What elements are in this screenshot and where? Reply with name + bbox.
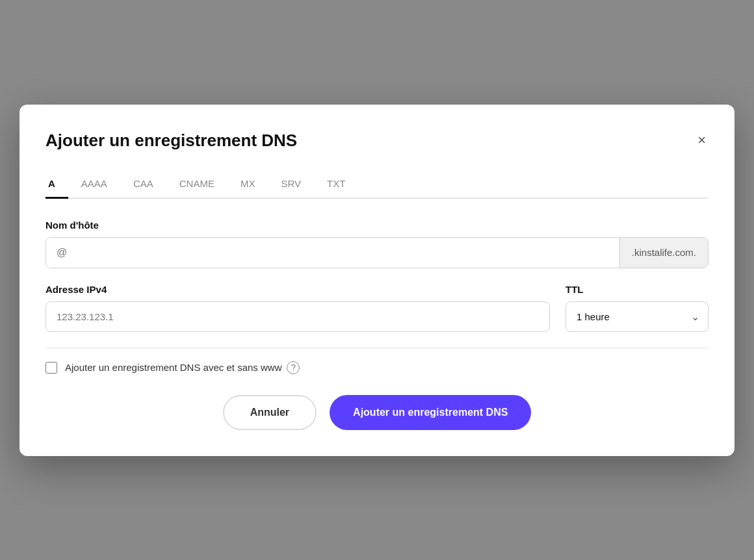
tabs-container: A AAAA CAA CNAME MX SRV TXT [46,172,708,199]
tab-TXT[interactable]: TXT [314,172,358,199]
submit-button[interactable]: Ajouter un enregistrement DNS [330,395,531,430]
modal-footer: Annuler Ajouter un enregistrement DNS [46,390,708,430]
hostname-input[interactable] [46,238,619,268]
cancel-button[interactable]: Annuler [223,395,317,430]
modal-dialog: Ajouter un enregistrement DNS × A AAAA C… [20,105,734,456]
tab-CNAME[interactable]: CNAME [166,172,228,199]
ipv4-label: Adresse IPv4 [46,284,550,295]
modal-header: Ajouter un enregistrement DNS × [46,131,708,151]
hostname-input-wrapper: .kinstalife.com. [46,237,708,268]
ttl-label: TTL [566,284,708,295]
ipv4-ttl-row: Adresse IPv4 TTL 1 heure 30 minutes 5 mi… [46,284,708,332]
tab-SRV[interactable]: SRV [268,172,314,199]
ttl-field-group: TTL 1 heure 30 minutes 5 minutes Auto ⌄ [566,284,708,332]
ipv4-field-group: Adresse IPv4 [46,284,550,332]
tab-MX[interactable]: MX [228,172,268,199]
modal-title: Ajouter un enregistrement DNS [46,131,297,151]
tab-AAAA[interactable]: AAAA [68,172,120,199]
www-checkbox[interactable] [46,362,57,374]
ttl-select[interactable]: 1 heure 30 minutes 5 minutes Auto [566,301,708,332]
help-icon[interactable]: ? [287,361,300,374]
checkbox-row: Ajouter un enregistrement DNS avec et sa… [46,348,708,390]
hostname-suffix: .kinstalife.com. [619,238,708,268]
ipv4-input[interactable] [46,301,550,332]
tab-CAA[interactable]: CAA [120,172,166,199]
hostname-label: Nom d'hôte [46,220,708,231]
hostname-field-group: Nom d'hôte .kinstalife.com. [46,220,708,268]
tab-A[interactable]: A [46,172,68,199]
checkbox-label: Ajouter un enregistrement DNS avec et sa… [65,361,300,374]
close-button[interactable]: × [695,131,708,150]
modal-overlay: Ajouter un enregistrement DNS × A AAAA C… [0,0,754,560]
ttl-select-wrapper: 1 heure 30 minutes 5 minutes Auto ⌄ [566,301,708,332]
